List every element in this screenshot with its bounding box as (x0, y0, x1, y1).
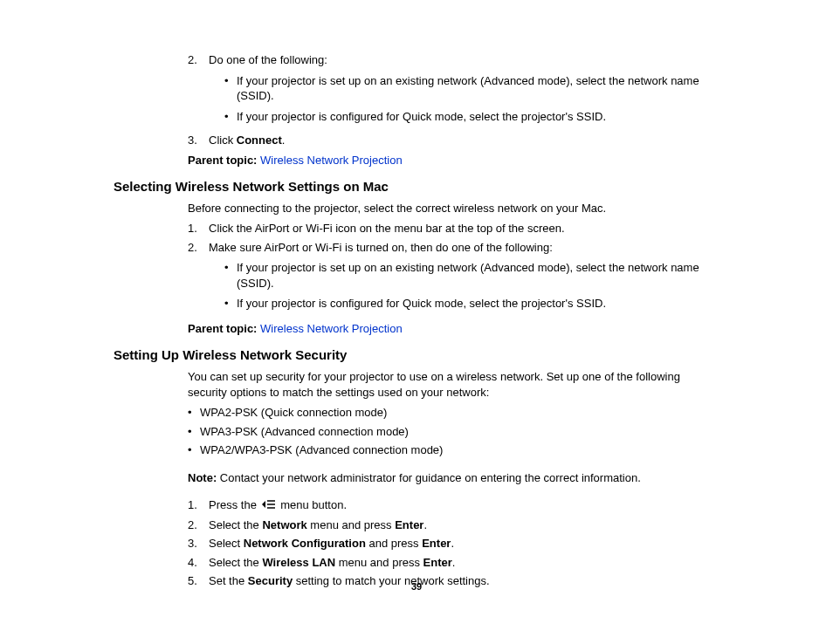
list-item-1: 1. Press the menu button. (188, 497, 719, 513)
list-item-2: 2. Select the Network menu and press Ent… (188, 517, 719, 533)
list-body: Select the Network menu and press Enter. (209, 517, 719, 533)
text-post: . (423, 518, 427, 531)
heading-security: Setting Up Wireless Network Security (114, 347, 719, 362)
list-body: Make sure AirPort or Wi-Fi is turned on,… (209, 240, 719, 317)
text-pre: Select (209, 537, 244, 550)
page-number: 39 (0, 581, 833, 592)
text-bold: Enter (422, 537, 451, 550)
list-number: 1. (188, 497, 209, 513)
list-item-4: 4. Select the Wireless LAN menu and pres… (188, 555, 719, 571)
intro-text: You can set up security for your project… (114, 369, 719, 400)
list-item-2: 2. Do one of the following: • If your pr… (188, 52, 719, 129)
text-mid: menu and press (335, 556, 423, 569)
text-post: . (452, 556, 456, 569)
text-bold: Network (262, 518, 306, 531)
list-body: Do one of the following: • If your proje… (209, 52, 719, 129)
option-item: •WPA3-PSK (Advanced connection mode) (188, 424, 719, 440)
parent-topic-label: Parent topic: (188, 322, 257, 335)
menu-icon (262, 498, 276, 514)
parent-topic-link[interactable]: Wireless Network Projection (260, 322, 403, 335)
text-mid: menu and press (307, 518, 395, 531)
text-pre: Select the (209, 556, 262, 569)
parent-topic-label: Parent topic: (188, 154, 257, 167)
sub-bullet-list: • If your projector is set up on an exis… (209, 260, 719, 312)
text-post: menu button. (278, 498, 348, 511)
sub-bullet-item: • If your projector is configured for Qu… (224, 296, 719, 312)
bullet-dot: • (224, 260, 237, 291)
document-page: 2. Do one of the following: • If your pr… (0, 0, 833, 589)
option-text: WPA2-PSK (Quick connection mode) (200, 405, 387, 421)
list-number: 2. (188, 517, 209, 533)
text-bold: Network Configuration (244, 537, 366, 550)
top-ordered-list: 2. Do one of the following: • If your pr… (114, 52, 719, 148)
text-bold: Enter (395, 518, 423, 531)
parent-topic-link[interactable]: Wireless Network Projection (260, 154, 403, 167)
list-number: 2. (188, 52, 209, 129)
list-text: Do one of the following: (209, 53, 327, 66)
list-body: Click the AirPort or Wi-Fi icon on the m… (209, 221, 719, 236)
sub-bullet-text: If your projector is configured for Quic… (237, 296, 606, 312)
sub-bullet-item: • If your projector is configured for Qu… (224, 109, 719, 125)
bullet-dot: • (224, 73, 237, 104)
text-post: . (282, 134, 286, 147)
list-number: 4. (188, 555, 209, 571)
text-bold: Enter (423, 556, 452, 569)
list-item-3: 3. Click Connect. (188, 133, 719, 148)
list-number: 3. (188, 536, 209, 552)
sub-bullet-text: If your projector is configured for Quic… (237, 109, 606, 125)
note-label: Note: (188, 471, 217, 484)
sub-bullet-text: If your projector is set up on an existi… (237, 260, 719, 291)
option-item: •WPA2-PSK (Quick connection mode) (188, 405, 719, 421)
sub-bullet-item: • If your projector is set up on an exis… (224, 73, 719, 104)
option-item: •WPA2/WPA3-PSK (Advanced connection mode… (188, 442, 719, 458)
heading-mac: Selecting Wireless Network Settings on M… (114, 179, 719, 194)
security-option-list: •WPA2-PSK (Quick connection mode) •WPA3-… (114, 405, 719, 458)
list-item-2: 2. Make sure AirPort or Wi-Fi is turned … (188, 240, 719, 317)
text-post: . (451, 537, 454, 550)
list-item-3: 3. Select Network Configuration and pres… (188, 536, 719, 552)
text-mid: and press (366, 537, 422, 550)
bullet-dot: • (224, 296, 237, 312)
intro-text: Before connecting to the projector, sele… (114, 201, 719, 216)
bullet-dot: • (188, 442, 200, 458)
list-body: Select Network Configuration and press E… (209, 536, 719, 552)
list-body: Select the Wireless LAN menu and press E… (209, 555, 719, 571)
text-pre: Select the (209, 518, 262, 531)
option-text: WPA2/WPA3-PSK (Advanced connection mode) (200, 442, 443, 458)
security-steps-list: 1. Press the menu button. 2. Select the … (114, 497, 719, 589)
mac-ordered-list: 1. Click the AirPort or Wi-Fi icon on th… (114, 221, 719, 317)
sub-bullet-item: • If your projector is set up on an exis… (224, 260, 719, 291)
bullet-dot: • (188, 405, 200, 421)
list-number: 3. (188, 133, 209, 148)
text-bold: Connect (237, 134, 282, 147)
option-text: WPA3-PSK (Advanced connection mode) (200, 424, 409, 440)
list-number: 2. (188, 240, 209, 317)
list-body: Press the menu button. (209, 497, 719, 513)
parent-topic-line: Parent topic: Wireless Network Projectio… (114, 322, 719, 335)
list-item-1: 1. Click the AirPort or Wi-Fi icon on th… (188, 221, 719, 236)
list-number: 1. (188, 221, 209, 236)
list-body: Click Connect. (209, 133, 719, 148)
sub-bullet-list: • If your projector is set up on an exis… (209, 73, 719, 125)
note-text: Contact your network administrator for g… (217, 471, 641, 484)
parent-topic-line: Parent topic: Wireless Network Projectio… (114, 154, 719, 167)
text-pre: Press the (209, 498, 260, 511)
note-line: Note: Contact your network administrator… (114, 470, 719, 486)
sub-bullet-text: If your projector is set up on an existi… (237, 73, 719, 104)
list-text: Make sure AirPort or Wi-Fi is turned on,… (209, 241, 553, 254)
bullet-dot: • (188, 424, 200, 440)
text-bold: Wireless LAN (262, 556, 335, 569)
text-pre: Click (209, 134, 237, 147)
bullet-dot: • (224, 109, 237, 125)
